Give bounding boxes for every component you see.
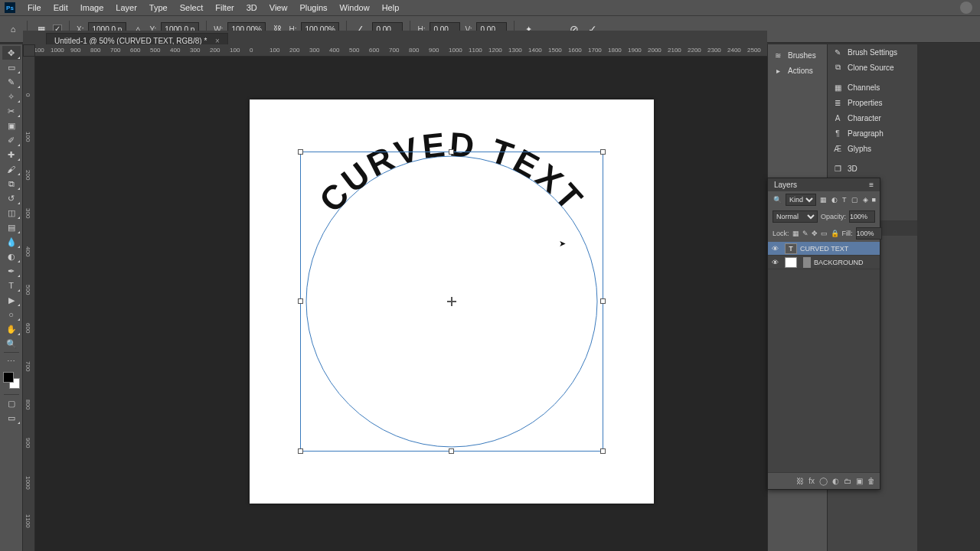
- path-select-tool[interactable]: ▶: [2, 293, 21, 307]
- link-layers-icon[interactable]: ⛓: [796, 477, 804, 485]
- panel-properties[interactable]: ≣Properties: [828, 95, 917, 110]
- gradient-tool[interactable]: ▤: [2, 220, 21, 234]
- hand-tool[interactable]: ✋: [2, 322, 21, 336]
- panel-brushes[interactable]: ≋Brushes: [768, 47, 827, 63]
- transform-handle-n[interactable]: [449, 149, 454, 155]
- new-layer-icon[interactable]: ▣: [856, 477, 863, 485]
- menu-3d[interactable]: 3D: [240, 2, 263, 14]
- lock-pixels-icon[interactable]: ✎: [802, 230, 808, 237]
- lock-all-icon[interactable]: 🔒: [831, 230, 839, 237]
- panel-clone-source[interactable]: ⧉Clone Source: [828, 60, 917, 75]
- stamp-tool[interactable]: ⧉: [2, 177, 21, 191]
- transform-handle-e[interactable]: [600, 298, 606, 304]
- panel-3d[interactable]: ❒3D: [828, 161, 917, 176]
- adjustment-layer-icon[interactable]: ◐: [832, 477, 839, 485]
- layers-panel[interactable]: Layers ≡ 🔍 Kind ▦ ◐ T ▢ ◈ ■ Normal Opaci…: [767, 178, 880, 490]
- menu-file[interactable]: File: [21, 2, 47, 14]
- layer-mask-thumb[interactable]: [803, 257, 811, 268]
- panel-brush-settings[interactable]: ✎Brush Settings: [828, 44, 917, 60]
- layer-thumb[interactable]: T: [785, 243, 797, 254]
- visibility-toggle-icon[interactable]: 👁: [768, 259, 782, 266]
- shape-tool[interactable]: ○: [2, 308, 21, 321]
- clone-source-icon: ⧉: [832, 62, 843, 73]
- eraser-tool[interactable]: ◫: [2, 206, 21, 220]
- opacity-field[interactable]: [849, 210, 875, 223]
- transform-handle-nw[interactable]: [298, 149, 303, 155]
- transform-handle-ne[interactable]: [600, 149, 606, 155]
- transform-handle-se[interactable]: [600, 448, 606, 454]
- wand-tool[interactable]: ✧: [2, 90, 21, 103]
- layer-name[interactable]: BACKGROUND: [814, 259, 864, 266]
- lock-transparent-icon[interactable]: ▦: [792, 230, 799, 237]
- new-group-icon[interactable]: 🗀: [844, 477, 851, 485]
- layer-name[interactable]: CURVED TEXT: [800, 245, 848, 253]
- account-icon[interactable]: [960, 2, 972, 14]
- blur-tool[interactable]: 💧: [2, 235, 21, 249]
- brush-tool[interactable]: 🖌: [2, 162, 21, 176]
- filter-toggle-icon[interactable]: ■: [872, 195, 876, 204]
- layers-panel-title[interactable]: Layers ≡: [768, 178, 880, 191]
- menu-filter[interactable]: Filter: [209, 2, 240, 14]
- layer-fx-icon[interactable]: fx: [808, 477, 815, 485]
- move-tool[interactable]: ✥: [2, 46, 21, 60]
- home-icon[interactable]: ⌂: [6, 22, 20, 36]
- panel-paragraph[interactable]: ¶Paragraph: [828, 126, 917, 141]
- menu-view[interactable]: View: [263, 2, 294, 14]
- transform-handle-w[interactable]: [298, 298, 303, 304]
- panel-glyphs[interactable]: ÆGlyphs: [828, 141, 917, 156]
- layer-mask-icon[interactable]: ◯: [819, 477, 828, 485]
- history-brush-tool[interactable]: ↺: [2, 191, 21, 205]
- frame-tool[interactable]: ▣: [2, 119, 21, 132]
- lasso-tool[interactable]: ✎: [2, 75, 21, 89]
- filter-type-icon[interactable]: T: [842, 195, 847, 204]
- 3d-icon: ❒: [832, 163, 843, 174]
- type-tool[interactable]: T: [2, 279, 21, 292]
- panel-channels[interactable]: ▦Channels: [828, 80, 917, 95]
- panel-menu-icon[interactable]: ≡: [869, 181, 874, 189]
- layer-row[interactable]: 👁 T CURVED TEXT: [768, 242, 880, 256]
- dodge-tool[interactable]: ◐: [2, 249, 21, 263]
- crop-tool[interactable]: ✂: [2, 104, 21, 118]
- layer-thumb[interactable]: [785, 257, 797, 268]
- layer-kind-select[interactable]: Kind: [786, 194, 816, 206]
- foreground-color[interactable]: [3, 372, 14, 383]
- menu-edit[interactable]: Edit: [47, 2, 74, 14]
- quickmask-tool[interactable]: ▢: [2, 396, 21, 410]
- menu-type[interactable]: Type: [143, 2, 174, 14]
- delete-layer-icon[interactable]: 🗑: [867, 477, 875, 485]
- panel-character[interactable]: ACharacter: [828, 110, 917, 126]
- menu-layer[interactable]: Layer: [109, 2, 143, 14]
- search-icon[interactable]: 🔍: [773, 195, 782, 204]
- canvas-area[interactable]: CURVED TEXT ➤: [35, 57, 767, 551]
- transform-handle-s[interactable]: [449, 448, 454, 454]
- menu-help[interactable]: Help: [376, 2, 406, 14]
- edit-toolbar-icon[interactable]: ⋯: [2, 354, 21, 368]
- pen-tool[interactable]: ✒: [2, 264, 21, 278]
- heal-tool[interactable]: ✚: [2, 148, 21, 161]
- layer-row[interactable]: 👁 BACKGROUND: [768, 256, 880, 269]
- marquee-tool[interactable]: ▭: [2, 60, 21, 74]
- zoom-tool[interactable]: 🔍: [2, 337, 21, 350]
- transform-bounding-box[interactable]: [300, 152, 603, 452]
- transform-handle-sw[interactable]: [298, 448, 303, 454]
- color-swatches[interactable]: [3, 372, 20, 389]
- filter-shape-icon[interactable]: ▢: [851, 195, 858, 204]
- document-canvas[interactable]: CURVED TEXT ➤: [250, 99, 654, 504]
- filter-smart-icon[interactable]: ◈: [863, 195, 868, 204]
- menu-select[interactable]: Select: [174, 2, 210, 14]
- menu-image[interactable]: Image: [74, 2, 110, 14]
- lock-nested-icon[interactable]: ▭: [821, 230, 828, 237]
- panel-actions[interactable]: ▸Actions: [768, 63, 827, 78]
- lock-position-icon[interactable]: ✥: [812, 230, 818, 237]
- eyedropper-tool[interactable]: ✐: [2, 133, 21, 147]
- filter-adjust-icon[interactable]: ◐: [831, 195, 838, 204]
- filter-pixel-icon[interactable]: ▦: [820, 195, 827, 204]
- fill-field[interactable]: [856, 227, 882, 240]
- glyphs-icon: Æ: [832, 143, 843, 154]
- screenmode-tool[interactable]: ▭: [2, 411, 21, 425]
- blend-mode-select[interactable]: Normal: [773, 210, 818, 223]
- transform-center-icon[interactable]: [447, 297, 456, 306]
- menu-plugins[interactable]: Plugins: [293, 2, 333, 14]
- visibility-toggle-icon[interactable]: 👁: [768, 245, 782, 253]
- menu-window[interactable]: Window: [334, 2, 376, 14]
